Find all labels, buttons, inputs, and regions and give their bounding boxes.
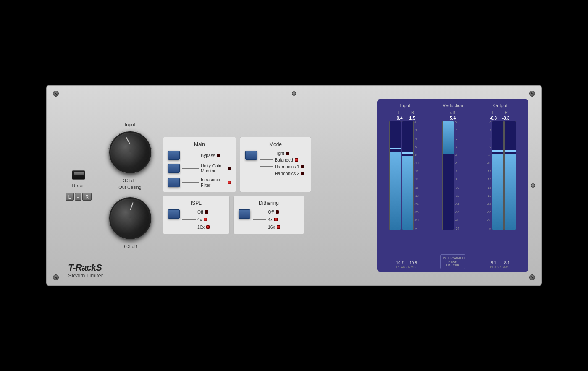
r-button[interactable]: R	[82, 193, 92, 201]
output-knob-section: -0.3 dB	[106, 194, 154, 249]
input-knob-label: Input	[125, 122, 135, 127]
balanced-row: Balanced	[260, 157, 304, 162]
output-r-value: -0.3	[500, 116, 512, 120]
left-panel: Reset L = R	[60, 170, 97, 201]
dithering-main-button[interactable]	[239, 209, 250, 219]
unity-gain-button[interactable]	[168, 164, 180, 173]
dithering-4x-label: 4x	[268, 217, 273, 222]
ispl-button[interactable]: INTERSAMPLE PEAK LIMITER	[440, 254, 465, 269]
input-lr-values: 0.4 1.5	[394, 116, 418, 120]
input-knob-section: Input	[106, 122, 154, 190]
dithering-options: Off 4x 16x	[253, 209, 280, 230]
screw-tm	[292, 91, 296, 96]
harmonics2-line	[260, 173, 273, 173]
output-knob[interactable]	[109, 197, 151, 239]
ispl-16x-line	[182, 227, 196, 227]
brand-text: T-RackS Stealth Limiter	[68, 262, 103, 279]
input-knob[interactable]	[109, 131, 151, 173]
dithering-off-indicator	[276, 210, 279, 214]
output-r-header: R	[500, 110, 512, 115]
controls-section: Main Bypass Unity Gain Monitor	[163, 137, 369, 234]
mode-main-button[interactable]	[245, 151, 257, 160]
output-r-fill	[505, 154, 516, 230]
reduction-group: dB 5.4 0 -1 -2 -3 -4 -5 -6	[433, 110, 472, 269]
reset-toggle[interactable]	[72, 170, 85, 180]
reduction-scale: 0 -1 -2 -3 -4 -5 -6 -8 -10 -12 -14 -16 -…	[455, 121, 463, 230]
infrasonic-button[interactable]	[168, 178, 180, 187]
reduction-value: 5.4	[450, 116, 456, 120]
input-r-value: 1.5	[407, 116, 418, 120]
output-meters-group: L R -0.3 -0.3 0 -2 -4 -6 -8 -10	[475, 110, 524, 269]
input-l-fill	[390, 152, 401, 230]
ispl-16x-indicator	[206, 225, 210, 229]
ispl-4x-row: 4x	[182, 217, 210, 222]
equal-button[interactable]: =	[75, 193, 81, 201]
output-l-header: L	[487, 110, 499, 115]
input-knob-value: 3.3 dB	[123, 178, 137, 183]
output-peak-r: -8.1	[500, 261, 512, 265]
input-l-bar	[389, 121, 401, 230]
input-bars-scale: 0 -2 -4 -6 -8 -10 -12 -14 -16 -18 -24 -3…	[389, 121, 423, 259]
input-bars	[389, 121, 414, 259]
output-lr-headers: L R	[487, 110, 512, 115]
input-section-title: Input	[381, 103, 429, 108]
bypass-button[interactable]	[168, 151, 180, 160]
input-peak-r: -10.8	[407, 261, 419, 265]
input-knob-sublabel: Out Ceiling	[118, 185, 141, 190]
reduction-fill	[443, 121, 454, 154]
bypass-label: Bypass	[201, 153, 215, 158]
unity-gain-label: Unity Gain Monitor	[201, 163, 226, 174]
input-knob-wrapper	[106, 128, 154, 176]
mode-main-row: Tight Balanced Harmonics 1	[245, 151, 306, 176]
output-bars-scale: 0 -2 -4 -6 -8 -10 -12 -14 -16 -18 -24 -3…	[483, 121, 516, 259]
balanced-line	[260, 159, 273, 160]
input-r-bar	[402, 121, 414, 230]
output-scale: 0 -2 -4 -6 -8 -10 -12 -14 -16 -18 -24 -3…	[483, 121, 491, 230]
ispl-4x-label: 4x	[197, 217, 202, 222]
output-knob-value: -0.3 dB	[123, 244, 137, 249]
input-peak-l: -10.7	[394, 261, 405, 265]
tight-label: Tight	[275, 151, 284, 156]
infrasonic-line	[182, 182, 199, 183]
dithering-main-row: Off 4x 16x	[239, 209, 299, 230]
dithering-4x-line	[253, 219, 266, 220]
output-knob-wrapper	[106, 194, 154, 242]
output-bottom-label: PEAK / RMS	[490, 265, 509, 269]
main-panel-title: Main	[168, 141, 231, 147]
dithering-16x-line	[253, 227, 266, 227]
reduction-bar-scale: 0 -1 -2 -3 -4 -5 -6 -8 -10 -12 -14 -16 -…	[442, 121, 463, 252]
input-l-peak	[390, 148, 401, 149]
brand-name: T-RackS	[68, 262, 103, 273]
output-l-value: -0.3	[487, 116, 499, 120]
balanced-label: Balanced	[275, 157, 293, 162]
ispl-options: Off 4x 16x	[182, 209, 210, 230]
harmonics2-indicator	[301, 172, 304, 175]
ispl-4x-indicator	[204, 218, 207, 221]
dithering-4x-row: 4x	[253, 217, 280, 222]
controls-top: Main Bypass Unity Gain Monitor	[163, 137, 369, 192]
ispl-4x-line	[182, 219, 196, 220]
mode-panel-title: Mode	[245, 141, 306, 147]
output-l-peak	[492, 150, 503, 152]
ispl-off-label: Off	[197, 209, 203, 214]
brand-subtitle: Stealth Limiter	[68, 272, 103, 279]
ispl-main-row: Off 4x 16x	[168, 209, 224, 230]
ispl-main-button[interactable]	[168, 209, 180, 219]
dithering-panel-title: Dithering	[239, 200, 299, 206]
input-l-value: 0.4	[394, 116, 406, 120]
bypass-indicator	[217, 154, 220, 157]
ispl-panel: ISPL Off 4x	[163, 196, 230, 234]
ispl-off-row: Off	[182, 209, 210, 214]
l-button[interactable]: L	[66, 193, 74, 201]
reset-label: Reset	[72, 183, 85, 188]
controls-bottom: ISPL Off 4x	[163, 196, 369, 234]
dithering-panel: Dithering Off 4x	[233, 196, 304, 234]
reduction-bar	[442, 121, 454, 230]
dithering-4x-indicator	[274, 218, 278, 221]
dithering-16x-row: 16x	[253, 225, 280, 230]
input-scale: 0 -2 -4 -6 -8 -10 -12 -14 -16 -18 -24 -3…	[415, 121, 423, 230]
bypass-line	[182, 155, 199, 155]
output-peak-values: -8.1 -8.1	[487, 261, 512, 265]
meters-header: Input Reduction Output	[381, 103, 524, 108]
knobs-column: Input	[106, 122, 154, 249]
